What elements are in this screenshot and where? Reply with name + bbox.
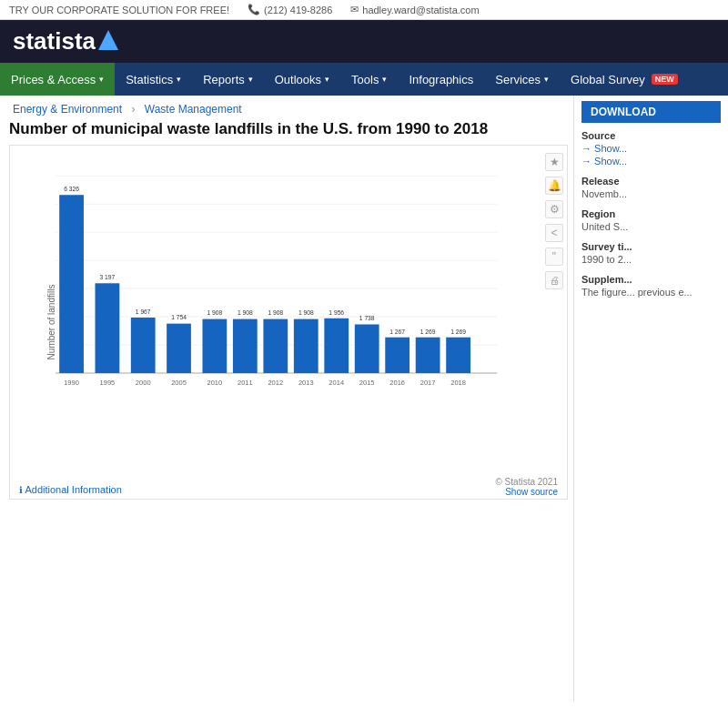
supplement-value: The figure... previous e... xyxy=(581,287,721,298)
logo-icon xyxy=(98,30,118,53)
nav-infographics-label: Infographics xyxy=(409,73,473,86)
svg-text:1995: 1995 xyxy=(100,379,116,387)
new-badge: NEW xyxy=(652,74,678,85)
nav-services[interactable]: Services ▾ xyxy=(484,63,560,96)
y-axis-label: Number of landfills xyxy=(46,285,56,360)
region-label: Region xyxy=(581,208,721,219)
svg-text:1 956: 1 956 xyxy=(329,309,344,316)
svg-text:2000: 2000 xyxy=(136,379,151,387)
phone-number: (212) 419-8286 xyxy=(264,5,332,15)
breadcrumb: Energy & Environment › Waste Management xyxy=(9,103,568,116)
bar-2012[interactable] xyxy=(263,319,288,373)
nav-outlooks-label: Outlooks xyxy=(275,73,321,86)
bell-icon[interactable]: 🔔 xyxy=(545,177,563,195)
svg-text:2010: 2010 xyxy=(207,379,222,387)
main-content: Energy & Environment › Waste Management … xyxy=(0,96,728,702)
svg-text:2012: 2012 xyxy=(268,379,283,387)
nav-reports-label: Reports xyxy=(203,73,245,86)
svg-text:2015: 2015 xyxy=(359,379,375,387)
svg-text:2014: 2014 xyxy=(329,379,344,387)
email-info: ✉ hadley.ward@statista.com xyxy=(350,4,479,15)
bar-2013[interactable] xyxy=(294,319,318,373)
additional-info-link[interactable]: ℹ Additional Information xyxy=(19,484,122,495)
star-icon[interactable]: ★ xyxy=(545,153,563,171)
svg-text:2013: 2013 xyxy=(298,379,314,387)
release-value: Novemb... xyxy=(581,188,721,199)
nav-statistics[interactable]: Statistics ▾ xyxy=(115,63,192,96)
source-link-2[interactable]: → Show... xyxy=(581,156,721,167)
bar-chart: 7 000 6 000 5 000 4 000 3 000 2 000 1 00… xyxy=(56,153,512,435)
bar-2011[interactable] xyxy=(233,319,258,373)
nav-outlooks[interactable]: Outlooks ▾ xyxy=(264,63,340,96)
svg-text:1 754: 1 754 xyxy=(171,315,187,321)
chart-bottom: © Statista 2021 Show source xyxy=(495,477,558,497)
breadcrumb-separator: › xyxy=(131,103,135,116)
svg-text:1 908: 1 908 xyxy=(238,310,253,317)
bar-2016[interactable] xyxy=(385,338,410,373)
svg-text:1990: 1990 xyxy=(64,379,79,387)
print-icon[interactable]: 🖨 xyxy=(545,271,563,289)
supplement-section: Supplem... The figure... previous e... xyxy=(581,274,721,298)
show-source-link[interactable]: Show source xyxy=(495,487,558,497)
email-icon: ✉ xyxy=(350,4,359,15)
share-icon[interactable]: < xyxy=(545,224,563,242)
top-bar: TRY OUR CORPORATE SOLUTION FOR FREE! 📞 (… xyxy=(0,0,728,20)
nav-reports[interactable]: Reports ▾ xyxy=(192,63,264,96)
nav-prices-access-label: Prices & Access xyxy=(11,73,96,86)
bar-2015[interactable] xyxy=(355,325,379,374)
bar-2018[interactable] xyxy=(446,338,470,373)
chart-area: Energy & Environment › Waste Management … xyxy=(0,96,573,702)
bar-2017[interactable] xyxy=(416,338,440,373)
nav-bar: Prices & Access ▾ Statistics ▾ Reports ▾… xyxy=(0,63,728,96)
gear-icon[interactable]: ⚙ xyxy=(545,200,563,218)
source-link-1[interactable]: → Show... xyxy=(581,143,721,154)
svg-text:1 738: 1 738 xyxy=(359,315,375,321)
nav-prices-access[interactable]: Prices & Access ▾ xyxy=(0,63,115,96)
svg-text:1 269: 1 269 xyxy=(420,329,436,335)
copyright-text: © Statista 2021 xyxy=(495,477,558,487)
survey-value: 1990 to 2... xyxy=(581,254,721,265)
nav-statistics-label: Statistics xyxy=(126,73,173,86)
page-title: Number of municipal waste landfills in t… xyxy=(9,119,568,139)
nav-tools-label: Tools xyxy=(351,73,379,86)
nav-infographics[interactable]: Infographics xyxy=(398,63,484,96)
phone-icon: 📞 xyxy=(248,4,260,15)
release-label: Release xyxy=(581,176,721,187)
chevron-down-icon: ▾ xyxy=(382,75,387,84)
nav-global-survey[interactable]: Global Survey NEW xyxy=(560,63,689,96)
info-icon: ℹ xyxy=(19,485,23,495)
download-button[interactable]: DOWNLOAD xyxy=(581,101,721,123)
breadcrumb-item-1[interactable]: Energy & Environment xyxy=(13,103,122,116)
survey-section: Survey ti... 1990 to 2... xyxy=(581,241,721,265)
svg-marker-0 xyxy=(98,30,118,50)
bar-2014[interactable] xyxy=(324,318,349,373)
chevron-down-icon: ▾ xyxy=(544,75,549,84)
source-section: Source → Show... → Show... xyxy=(581,130,721,167)
bar-2005[interactable] xyxy=(167,324,191,373)
bar-1990[interactable] xyxy=(59,195,84,373)
bar-1995[interactable] xyxy=(96,283,120,373)
survey-label: Survey ti... xyxy=(581,241,721,252)
chevron-down-icon: ▾ xyxy=(325,75,329,84)
logo-text[interactable]: statista xyxy=(13,27,96,56)
region-value: United S... xyxy=(581,221,721,232)
bar-2010[interactable] xyxy=(202,319,227,373)
quote-icon[interactable]: " xyxy=(545,248,563,266)
release-section: Release Novemb... xyxy=(581,176,721,199)
nav-services-label: Services xyxy=(495,73,541,86)
svg-text:2005: 2005 xyxy=(171,379,187,387)
chart-icons: ★ 🔔 ⚙ < " 🖨 xyxy=(545,153,563,289)
chart-container: Number of landfills ★ 🔔 ⚙ < " 🖨 7 000 6 … xyxy=(9,145,568,500)
svg-text:6 326: 6 326 xyxy=(64,186,79,192)
promo-text: TRY OUR CORPORATE SOLUTION FOR FREE! xyxy=(9,5,229,15)
svg-text:2011: 2011 xyxy=(238,379,253,387)
svg-text:2017: 2017 xyxy=(420,379,436,387)
svg-text:1 967: 1 967 xyxy=(136,308,151,315)
email-address: hadley.ward@statista.com xyxy=(362,5,479,15)
svg-text:2018: 2018 xyxy=(450,379,466,387)
breadcrumb-item-2[interactable]: Waste Management xyxy=(145,103,242,116)
svg-text:1 908: 1 908 xyxy=(268,310,283,317)
nav-tools[interactable]: Tools ▾ xyxy=(340,63,398,96)
svg-text:3 197: 3 197 xyxy=(100,274,116,280)
bar-2000[interactable] xyxy=(131,318,156,373)
